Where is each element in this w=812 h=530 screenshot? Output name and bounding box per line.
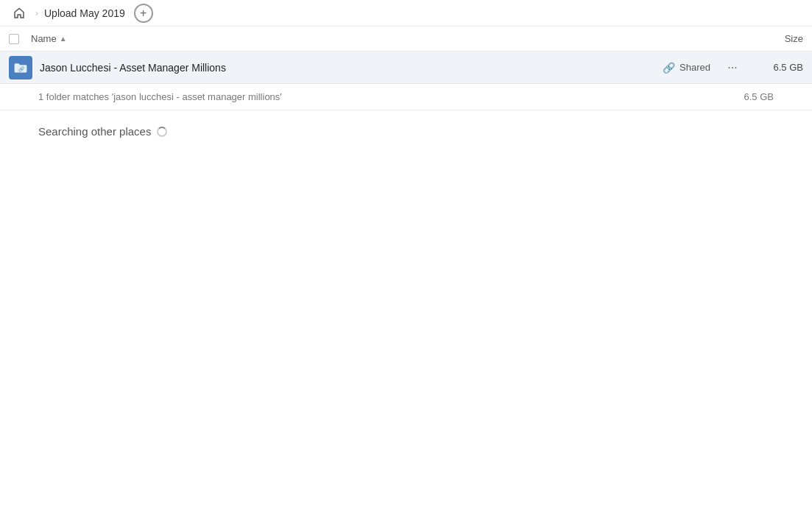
add-icon: + (140, 7, 146, 19)
name-column-label: Name (31, 33, 57, 44)
svg-text:🔗: 🔗 (18, 66, 24, 71)
breadcrumb-label: Upload May 2019 (44, 7, 125, 19)
link-icon: 🔗 (663, 62, 675, 74)
sort-arrow-icon: ▲ (60, 35, 67, 43)
more-icon: ··· (727, 61, 737, 74)
searching-text: Searching other places (38, 125, 151, 138)
result-size: 6.5 GB (722, 91, 774, 102)
file-size: 6.5 GB (752, 62, 803, 73)
size-column-header[interactable]: Size (744, 33, 803, 44)
folder-icon: 🔗 (9, 56, 32, 80)
home-button[interactable] (9, 3, 29, 24)
breadcrumb-separator: › (35, 8, 38, 18)
file-name: Jason Lucchesi - Asset Manager Millions (40, 62, 663, 74)
more-options-button[interactable]: ··· (722, 57, 743, 78)
shared-label: Shared (679, 62, 710, 73)
file-row[interactable]: 🔗 Jason Lucchesi - Asset Manager Million… (0, 52, 812, 84)
searching-section: Searching other places (0, 110, 812, 152)
topbar: › Upload May 2019 + (0, 0, 812, 26)
select-all-checkbox-container (9, 34, 31, 44)
result-info-row: 1 folder matches 'jason lucchesi - asset… (0, 84, 812, 110)
column-headers: Name ▲ Size (0, 26, 812, 52)
shared-area: 🔗 Shared (663, 62, 710, 74)
add-button[interactable]: + (134, 4, 153, 23)
select-all-checkbox[interactable] (9, 34, 19, 44)
name-column-header[interactable]: Name ▲ (31, 33, 744, 44)
result-text: 1 folder matches 'jason lucchesi - asset… (38, 91, 722, 102)
loading-spinner (157, 127, 167, 137)
